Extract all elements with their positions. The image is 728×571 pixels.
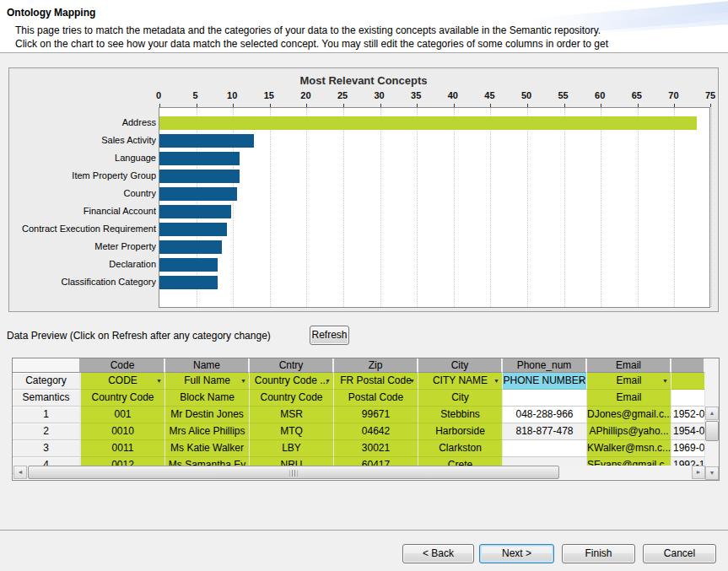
gridline: [270, 108, 271, 307]
refresh-button[interactable]: Refresh: [310, 326, 349, 345]
chart-bar-address[interactable]: [159, 116, 697, 130]
back-button[interactable]: < Back: [402, 544, 474, 563]
x-tick-label: 0: [142, 90, 175, 100]
data-cell-city: Clarkston: [418, 440, 503, 457]
scroll-left-button[interactable]: ◄: [13, 466, 27, 479]
scroll-grip-icon: [290, 470, 298, 477]
data-cell-city: Stebbins: [418, 407, 503, 423]
category-dropdown-email[interactable]: Email▼: [587, 373, 671, 390]
data-cell-phone_num: 048-288-966: [503, 407, 587, 423]
concepts-chart[interactable]: Most Relevant Concepts 05101520253035404…: [8, 67, 719, 312]
chart-bar-meter-property[interactable]: [159, 240, 222, 254]
category-dropdown-phone_num[interactable]: PHONE NUMBER▼: [503, 373, 587, 390]
gridline: [711, 108, 712, 307]
x-tick-label: 35: [399, 90, 433, 100]
column-header-City[interactable]: City: [418, 358, 503, 373]
chart-title: Most Relevant Concepts: [9, 74, 718, 87]
tick-mark: [197, 104, 197, 107]
data-preview-table: CodeNameCntryZipCityPhone_numEmailCatego…: [12, 358, 720, 481]
semantics-cell-city: City: [418, 390, 503, 407]
table-header-row: CodeNameCntryZipCityPhone_numEmail: [13, 358, 719, 373]
vscroll-thumb[interactable]: [705, 421, 719, 441]
chart-bar-declaration[interactable]: [159, 258, 218, 272]
x-tick-label: 75: [693, 90, 727, 100]
column-header-Cntry[interactable]: Cntry: [250, 358, 334, 373]
corner-cell: [13, 358, 81, 373]
category-dropdown-code[interactable]: CODE▼: [81, 373, 165, 390]
tick-mark: [710, 104, 711, 107]
next-button[interactable]: Next >: [479, 544, 554, 563]
scroll-down-button[interactable]: ▼: [705, 466, 719, 480]
data-cell-email: APhillips@yaho...: [587, 423, 671, 440]
scroll-up-button[interactable]: ▲: [705, 407, 719, 420]
semantics-cell-name: Block Name: [165, 390, 250, 407]
gridline: [527, 108, 528, 307]
chart-bar-classification-category[interactable]: [159, 276, 218, 289]
data-cell-email: DJones@gmail.c...: [587, 407, 671, 423]
ontology-mapping-wizard: Ontology Mapping This page tries to matc…: [0, 0, 728, 571]
data-cell-cntry: MTQ: [250, 423, 334, 440]
chart-bar-item-property-group[interactable]: [159, 170, 240, 183]
category-dropdown-zip[interactable]: FR Postal Code▼: [334, 373, 418, 390]
chart-category-label: Meter Property: [11, 240, 156, 253]
data-cell-name: Mr Destin Jones: [165, 407, 250, 423]
category-row-label: Category: [13, 373, 81, 390]
column-header-partial[interactable]: [671, 358, 705, 373]
scroll-right-button[interactable]: ►: [692, 466, 705, 479]
category-dropdown-city[interactable]: CITY NAME▼: [418, 373, 503, 390]
finish-button[interactable]: Finish: [562, 544, 635, 563]
category-dropdown-name[interactable]: Full Name▼: [165, 373, 250, 390]
x-tick-label: 30: [363, 90, 396, 100]
chart-category-label: Contract Execution Requirement: [11, 222, 156, 235]
hscroll-thumb[interactable]: [28, 466, 559, 479]
data-preview-label: Data Preview (Click on Refresh after any…: [7, 330, 271, 342]
column-header-Code[interactable]: Code: [81, 358, 165, 373]
data-cell-email: KWalker@msn.c...: [587, 440, 671, 457]
page-description-line1: This page tries to match the metadata an…: [15, 24, 601, 36]
semantics-cell-cntry: Country Code: [250, 390, 334, 407]
column-header-Email[interactable]: Email: [587, 358, 671, 373]
tick-mark: [564, 104, 565, 107]
column-header-Phone_num[interactable]: Phone_num: [503, 358, 587, 373]
chart-bar-sales-activity[interactable]: [159, 134, 254, 148]
semantics-cell-partial: [671, 390, 705, 407]
category-dropdown-cntry[interactable]: Country Code ...▼: [250, 373, 334, 390]
chart-bar-language[interactable]: [159, 152, 240, 165]
page-description-line2: Click on the chart to see how your data …: [15, 38, 608, 50]
chart-category-label: Financial Account: [11, 204, 156, 218]
wizard-header: Ontology Mapping This page tries to matc…: [0, 0, 728, 53]
chevron-down-icon: ▼: [662, 373, 668, 389]
semantics-row: SemanticsCountry CodeBlock NameCountry C…: [13, 390, 719, 407]
chevron-down-icon: ▼: [325, 373, 331, 389]
semantics-cell-email: Email: [587, 390, 671, 407]
cancel-button[interactable]: Cancel: [643, 544, 716, 563]
gridline: [417, 108, 418, 307]
row-number: 3: [13, 440, 81, 457]
table-row: 30011Ms Katie WalkerLBY30021ClarkstonKWa…: [13, 440, 719, 457]
semantics-cell-zip: Postal Code: [334, 390, 418, 407]
tick-mark: [306, 104, 307, 107]
column-header-Name[interactable]: Name: [165, 358, 250, 373]
gridline: [674, 108, 675, 307]
data-cell-code: 0011: [81, 440, 165, 457]
tick-mark: [380, 104, 381, 107]
chart-category-label: Classification Category: [11, 275, 156, 288]
data-cell-col7: 1969-0: [671, 440, 705, 457]
tick-mark: [417, 104, 418, 107]
semantics-cell-phone_num: [503, 390, 587, 407]
tick-mark: [490, 104, 491, 107]
chart-bar-country[interactable]: [159, 187, 237, 201]
chevron-down-icon: ▼: [578, 373, 584, 389]
x-tick-label: 15: [252, 90, 286, 100]
chart-plot-area[interactable]: [159, 107, 710, 308]
vertical-scrollbar[interactable]: ▲▼: [705, 358, 719, 480]
column-header-Zip[interactable]: Zip: [334, 358, 418, 373]
chart-category-label: Address: [11, 116, 156, 129]
chart-bar-contract-execution-requirement[interactable]: [159, 223, 227, 236]
x-tick-label: 50: [510, 90, 543, 100]
category-dropdown-partial[interactable]: [671, 373, 705, 390]
horizontal-scrollbar[interactable]: ◄►: [13, 466, 705, 479]
gridline: [638, 108, 639, 307]
table-row: 20010Mrs Alice PhillipsMTQ04642Harborsid…: [13, 423, 719, 440]
chart-bar-financial-account[interactable]: [159, 205, 231, 218]
